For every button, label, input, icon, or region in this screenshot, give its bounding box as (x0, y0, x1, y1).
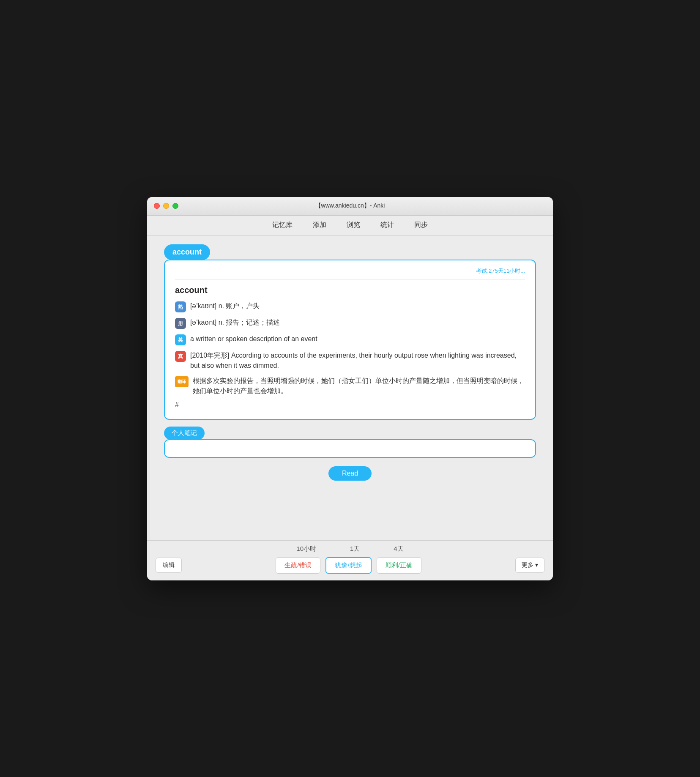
btn-again[interactable]: 生疏/错误 (276, 557, 320, 574)
badge-ce: 册 (175, 318, 186, 329)
card-body: 考试:275天11小时... account 熟 [ə'kaʊnt] n. 账户… (164, 260, 536, 420)
word-title: account (175, 285, 525, 295)
definition-row-5: 翻译 根据多次实验的报告，当照明增强的时候，她们（指女工们）单位小时的产量随之增… (175, 376, 525, 396)
btn-hard[interactable]: 犹豫/想起 (325, 557, 371, 574)
action-row: 编辑 生疏/错误 犹豫/想起 顺利/正确 更多 ▾ (156, 557, 544, 574)
definition-row-1: 熟 [ə'kaʊnt] n. 账户，户头 (175, 301, 525, 312)
timing-row: 10小时 1天 4天 (156, 545, 544, 553)
badge-fanyi: 翻译 (175, 376, 189, 387)
titlebar: 【www.ankiedu.cn】- Anki (147, 197, 553, 216)
read-button[interactable]: Read (328, 466, 372, 481)
badge-shu: 熟 (175, 301, 186, 312)
notes-section: 个人笔记 (164, 427, 536, 458)
menu-item-add[interactable]: 添加 (309, 220, 330, 230)
read-button-container: Read (164, 466, 536, 481)
btn-good[interactable]: 顺利/正确 (377, 557, 421, 574)
card-section: account 考试:275天11小时... account 熟 [ə'kaʊn… (164, 244, 536, 420)
definition-row-2: 册 [ə'kaʊnt] n. 报告；记述；描述 (175, 317, 525, 329)
definition-text-3: a written or spoken description of an ev… (190, 334, 525, 344)
minimize-button[interactable] (163, 203, 169, 209)
window-title: 【www.ankiedu.cn】- Anki (315, 202, 385, 210)
badge-ying: 英 (175, 334, 186, 345)
card-header: account (164, 244, 210, 260)
notes-header: 个人笔记 (164, 427, 205, 440)
edit-button[interactable]: 编辑 (156, 558, 182, 573)
main-content: account 考试:275天11小时... account 熟 [ə'kaʊn… (147, 236, 553, 540)
timing-again: 10小时 (296, 545, 316, 553)
menubar: 记忆库 添加 浏览 统计 同步 (147, 216, 553, 236)
exam-date: 考试:275天11小时... (175, 267, 525, 275)
timing-good: 4天 (394, 545, 403, 553)
menu-item-stats[interactable]: 统计 (377, 220, 397, 230)
definition-row-3: 英 a written or spoken description of an … (175, 334, 525, 345)
definition-text-5: 根据多次实验的报告，当照明增强的时候，她们（指女工们）单位小时的产量随之增加，但… (193, 376, 525, 396)
answer-buttons: 生疏/错误 犹豫/想起 顺利/正确 (276, 557, 421, 574)
menu-item-sync[interactable]: 同步 (411, 220, 431, 230)
divider (175, 279, 525, 279)
definition-row-4: 真 [2010年完形] According to accounts of the… (175, 350, 525, 371)
definition-text-1: [ə'kaʊnt] n. 账户，户头 (190, 301, 525, 311)
hash-symbol: # (175, 401, 525, 409)
more-button[interactable]: 更多 ▾ (515, 558, 544, 573)
notes-body[interactable] (164, 439, 536, 458)
menu-item-deck[interactable]: 记忆库 (269, 220, 296, 230)
bottom-bar: 10小时 1天 4天 编辑 生疏/错误 犹豫/想起 顺利/正确 更多 ▾ (147, 540, 553, 580)
badge-zhen: 真 (175, 351, 186, 362)
timing-hard: 1天 (350, 545, 360, 553)
definition-text-4: [2010年完形] According to accounts of the e… (190, 350, 525, 371)
traffic-lights (154, 203, 178, 209)
close-button[interactable] (154, 203, 160, 209)
maximize-button[interactable] (172, 203, 178, 209)
menu-item-browse[interactable]: 浏览 (343, 220, 364, 230)
definition-text-2: [ə'kaʊnt] n. 报告；记述；描述 (190, 317, 525, 328)
app-window: 【www.ankiedu.cn】- Anki 记忆库 添加 浏览 统计 同步 a… (147, 197, 553, 580)
